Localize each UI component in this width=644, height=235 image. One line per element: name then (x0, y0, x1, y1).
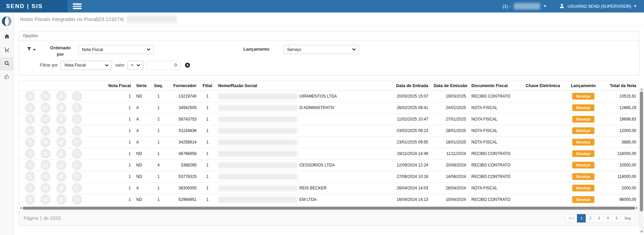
row-tag-button[interactable] (72, 183, 82, 193)
cell-chave-eletronica (519, 182, 566, 194)
cell-lancamento: Serviço (566, 90, 600, 102)
row-money-button[interactable] (40, 194, 51, 205)
menu-icon[interactable] (73, 2, 82, 10)
user-menu[interactable]: USUARIO SEND (SUPERVISOR) (559, 3, 637, 10)
horizontal-scrollbar-thumb[interactable] (23, 207, 635, 210)
filter-menu-button[interactable] (26, 46, 36, 53)
row-money-button[interactable] (40, 172, 51, 182)
horizontal-scrollbar[interactable] (19, 206, 639, 211)
row-attachment-button[interactable] (56, 126, 66, 136)
scroll-down-icon[interactable] (640, 231, 643, 233)
col-lancamento: Lançamento (566, 81, 600, 91)
row-view-button[interactable] (25, 149, 35, 159)
row-tag-button[interactable] (72, 126, 82, 136)
search-icon (28, 186, 33, 191)
lancamento-badge: Serviço (572, 139, 594, 146)
redacted-name (218, 174, 297, 180)
row-attachment-button[interactable] (56, 91, 66, 101)
sidebar-item-approvals[interactable] (0, 71, 13, 84)
row-money-button[interactable] (40, 149, 51, 159)
col-fornecedor: Fornecedor (167, 81, 199, 91)
chevron-down-icon (352, 48, 356, 51)
row-view-button[interactable] (25, 91, 35, 101)
col-total-da-nota: Total da Nota (600, 81, 639, 91)
row-tag-button[interactable] (72, 114, 82, 124)
row-view-button[interactable] (25, 114, 35, 124)
tag-icon (75, 105, 80, 110)
cell-chave-eletronica (519, 148, 566, 159)
row-view-button[interactable] (25, 137, 35, 147)
row-view-button[interactable] (25, 160, 35, 170)
row-money-button[interactable] (40, 160, 51, 170)
scroll-right-icon[interactable] (636, 207, 638, 209)
page-title: Notas Fiscais Integradas no Fiscal|23.12… (20, 16, 124, 22)
cell-nota-fiscal: 1 (105, 113, 134, 125)
filter-by-value: Nota Fiscal (64, 63, 86, 68)
operator-select[interactable]: = (127, 61, 144, 70)
search-icon (28, 151, 33, 156)
redacted-name (218, 151, 297, 157)
row-attachment-button[interactable] (56, 137, 66, 147)
cell-nome-razao-social (215, 113, 387, 125)
pagination-button-5[interactable]: 5 (612, 214, 621, 223)
sidebar-item-search[interactable] (0, 57, 13, 71)
tag-icon (75, 163, 80, 168)
row-view-button[interactable] (25, 126, 35, 136)
row-attachment-button[interactable] (56, 149, 66, 159)
cell-nome-razao-social: REIS BECKER (215, 182, 387, 194)
row-view-button[interactable] (25, 172, 35, 182)
row-tag-button[interactable] (72, 194, 82, 205)
context-dropdown[interactable]: (1) - (502, 3, 546, 9)
app-logo[interactable] (0, 12, 13, 30)
row-tag-button[interactable] (72, 160, 82, 170)
sidebar-item-cart[interactable] (0, 44, 13, 57)
row-tag-button[interactable] (72, 149, 82, 159)
pagination-button-3[interactable]: 3 (594, 214, 604, 223)
cell-serie: A (134, 125, 150, 136)
row-attachment-button[interactable] (56, 114, 66, 124)
row-money-button[interactable] (40, 114, 51, 124)
add-filter-button[interactable] (185, 62, 190, 68)
vertical-scrollbar-thumb[interactable] (640, 92, 643, 211)
cell-data-entrada: 11/02/2025 10:47 (387, 113, 431, 125)
row-tag-button[interactable] (72, 172, 82, 182)
row-attachment-button[interactable] (56, 103, 66, 113)
pagination-button-seg[interactable]: Seg (621, 214, 634, 223)
redacted-title-text (126, 16, 177, 23)
lancamento-select[interactable]: Serviço (284, 45, 359, 54)
filter-by-select[interactable]: Nota Fiscal (61, 61, 112, 70)
row-view-button[interactable] (25, 194, 35, 205)
sidebar-item-home[interactable] (0, 30, 13, 44)
cell-documento-fiscal: NOTA FISCAL (469, 113, 519, 125)
paperclip-icon (59, 128, 64, 133)
cell-chave-eletronica (519, 136, 566, 148)
row-view-button[interactable] (25, 103, 35, 113)
vertical-scrollbar[interactable] (639, 87, 644, 234)
options-panel: Opções Ordenado por Nota Fiscal Lançamen… (19, 31, 639, 76)
row-attachment-button[interactable] (56, 194, 66, 205)
row-money-button[interactable] (40, 126, 51, 136)
cell-data-entrada: 26/02/2025 08:41 (387, 102, 431, 113)
scroll-left-icon[interactable] (20, 207, 22, 209)
row-view-button[interactable] (25, 183, 35, 193)
filter-value-input[interactable] (147, 61, 180, 70)
row-tag-button[interactable] (72, 91, 82, 101)
search-icon (28, 117, 33, 122)
row-attachment-button[interactable] (56, 160, 66, 170)
row-attachment-button[interactable] (56, 183, 66, 193)
scroll-up-icon[interactable] (640, 88, 643, 90)
row-attachment-button[interactable] (56, 172, 66, 182)
row-tag-button[interactable] (72, 103, 82, 113)
row-money-button[interactable] (40, 137, 51, 147)
row-tag-button[interactable] (72, 137, 82, 147)
pagination-button-2[interactable]: 2 (586, 214, 595, 223)
pagination-button-ant[interactable]: Ant (565, 214, 578, 223)
cell-total-da-nota: 10500,00 (600, 159, 639, 171)
row-money-button[interactable] (40, 91, 51, 101)
ordered-by-select[interactable]: Nota Fiscal (78, 45, 154, 54)
paperclip-icon (59, 186, 64, 191)
row-money-button[interactable] (40, 183, 51, 193)
pagination-button-1[interactable]: 1 (577, 214, 586, 223)
row-money-button[interactable] (40, 103, 51, 113)
pagination-button-4[interactable]: 4 (603, 214, 612, 223)
